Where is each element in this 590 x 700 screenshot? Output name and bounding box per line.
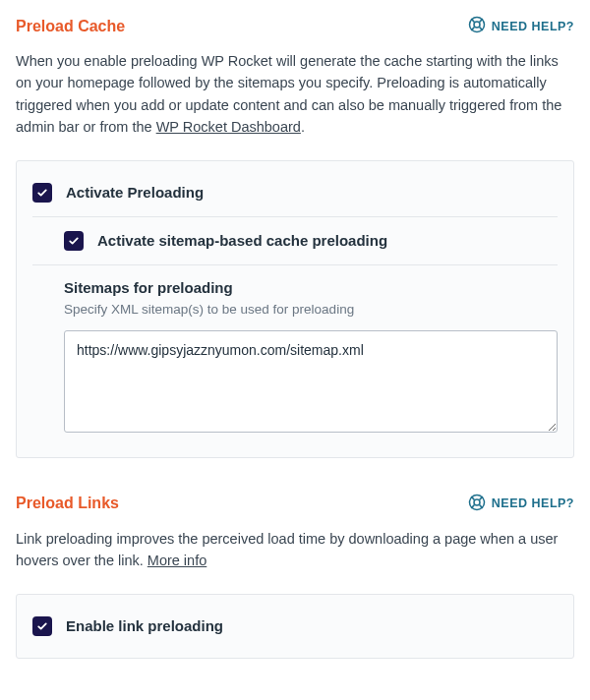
sitemaps-textarea[interactable] <box>64 330 558 433</box>
sitemaps-hint: Specify XML sitemap(s) to be used for pr… <box>64 302 558 317</box>
activate-sitemap-preloading-checkbox[interactable] <box>64 231 84 251</box>
preload-cache-title: Preload Cache <box>16 18 125 35</box>
section-header: Preload Links NEED HELP? <box>16 494 574 514</box>
more-info-link[interactable]: More info <box>148 553 206 568</box>
preload-cache-panel: Activate Preloading Activate sitemap-bas… <box>16 160 574 458</box>
activate-sitemap-preloading-label: Activate sitemap-based cache preloading <box>97 232 387 249</box>
need-help-link[interactable]: NEED HELP? <box>468 494 574 514</box>
life-ring-icon <box>468 494 486 514</box>
need-help-label: NEED HELP? <box>492 496 574 510</box>
need-help-label: NEED HELP? <box>492 20 574 33</box>
enable-link-preloading-row: Enable link preloading <box>32 603 558 650</box>
preload-cache-description: When you enable preloading WP Rocket wil… <box>16 50 574 139</box>
preload-links-panel: Enable link preloading <box>16 594 574 659</box>
enable-link-preloading-checkbox[interactable] <box>32 616 52 636</box>
svg-point-7 <box>474 499 480 505</box>
life-ring-icon <box>468 16 486 36</box>
enable-link-preloading-label: Enable link preloading <box>66 617 223 634</box>
need-help-link[interactable]: NEED HELP? <box>468 16 574 36</box>
preload-links-title: Preload Links <box>16 495 119 512</box>
activate-sitemap-preloading-row: Activate sitemap-based cache preloading <box>32 216 558 264</box>
activate-preloading-checkbox[interactable] <box>32 183 52 203</box>
activate-preloading-row: Activate Preloading <box>32 169 558 216</box>
preload-links-description: Link preloading improves the perceived l… <box>16 528 574 572</box>
wp-rocket-dashboard-link[interactable]: WP Rocket Dashboard <box>156 119 301 135</box>
sitemaps-title: Sitemaps for preloading <box>64 279 558 296</box>
preload-cache-section: Preload Cache NEED HELP? When you enable… <box>16 16 574 458</box>
section-header: Preload Cache NEED HELP? <box>16 16 574 36</box>
sitemaps-field-block: Sitemaps for preloading Specify XML site… <box>32 264 558 436</box>
preload-links-section: Preload Links NEED HELP? Link preloading… <box>16 494 574 659</box>
svg-point-1 <box>474 22 480 28</box>
activate-preloading-label: Activate Preloading <box>66 184 204 201</box>
